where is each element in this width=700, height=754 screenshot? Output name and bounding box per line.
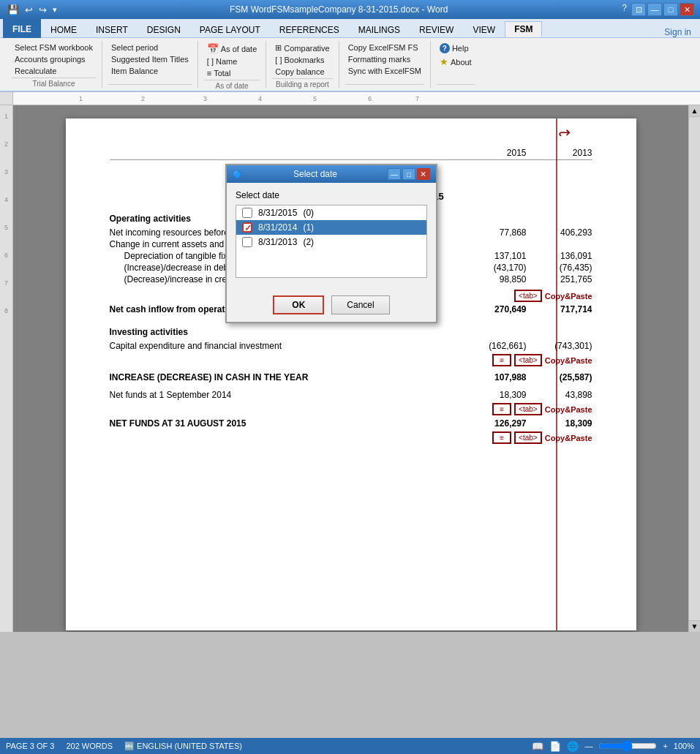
tab-file[interactable]: FILE <box>3 19 41 38</box>
tab-design[interactable]: DESIGN <box>138 21 190 37</box>
tab-box-3: ≡ <box>492 403 511 415</box>
date-checkbox-2[interactable] <box>242 237 252 247</box>
dialog-cancel-btn[interactable]: Cancel <box>331 295 389 314</box>
tab-label-3: <tab> <box>514 403 542 415</box>
date-checkbox-1-selected[interactable]: ✓ <box>242 222 252 233</box>
close-btn[interactable]: ✕ <box>680 3 694 16</box>
building-label: Building a report <box>272 78 332 88</box>
tab-label-4: <tab> <box>514 431 542 444</box>
item-balance-btn[interactable]: Item Balance <box>108 66 161 76</box>
date-num-2: (2) <box>303 237 314 247</box>
vertical-scrollbar[interactable]: ▲ ▼ <box>688 105 700 632</box>
section-investing: Investing activities <box>110 327 592 337</box>
date-checkbox-0[interactable] <box>242 208 252 218</box>
dialog-date-item-0[interactable]: 8/31/2015 (0) <box>236 206 426 220</box>
scroll-area[interactable]: 2015 2013 WordFSMsampleCompany CASH FLOW… <box>13 105 688 632</box>
dialog-select-label: Select date <box>236 190 427 200</box>
line-net-funds-aug: NET FUNDS AT 31 AUGUST 2015 126,297 18,3… <box>110 418 592 429</box>
as-of-date-btn[interactable]: 📅 As of date <box>204 42 260 55</box>
ribbon-group-trial-balance: Select FSM workbook Accounts groupings R… <box>6 41 102 88</box>
tab-references[interactable]: REFERENCES <box>270 21 349 37</box>
dialog-date-item-2[interactable]: 8/31/2013 (2) <box>236 235 426 249</box>
help-btn[interactable]: ? <box>619 3 630 16</box>
tab-view[interactable]: VIEW <box>463 21 505 37</box>
sign-in-link[interactable]: Sign in <box>664 27 697 37</box>
as-of-date-label: As of date <box>204 80 260 90</box>
about-btn[interactable]: ★ About <box>437 56 475 68</box>
dialog-titlebar: 🔷 Select date — □ ✕ <box>227 165 436 183</box>
dialog-icon: 🔷 <box>233 170 243 179</box>
title-bar: 💾 ↩ ↪ ▾ FSM WordFSMsampleCompany 8-31-20… <box>0 0 700 19</box>
dialog-close-btn[interactable]: ✕ <box>417 168 430 180</box>
column-headers: 2015 2013 <box>110 148 592 160</box>
col-header-2013: 2013 <box>527 148 592 158</box>
line-increase-decrease: INCREASE (DECREASE) IN CASH IN THE YEAR … <box>110 372 592 383</box>
tab-box-1: <tab> <box>514 290 542 302</box>
tab-box-2: ≡ <box>492 354 511 366</box>
copy-paste-label-1: Copy&Paste <box>545 292 592 301</box>
window-controls: ? ⊡ — □ ✕ <box>619 3 694 16</box>
status-bar: PAGE 3 OF 3 202 WORDS 🔤 ENGLISH (UNITED … <box>0 738 700 754</box>
web-layout-btn[interactable]: 🌐 <box>567 741 579 752</box>
select-fsm-workbook-btn[interactable]: Select FSM workbook <box>12 42 96 53</box>
copy-paste-label-3: Copy&Paste <box>545 405 592 414</box>
dialog-date-list[interactable]: 8/31/2015 (0) ✓ 8/31/2014 (1) <box>236 205 427 278</box>
copy-balance-btn[interactable]: Copy balance <box>272 67 327 77</box>
page-indicator: PAGE 3 OF 3 <box>6 742 54 750</box>
select-date-dialog[interactable]: 🔷 Select date — □ ✕ Select date 8/31/201… <box>225 164 437 323</box>
ribbon-tabs: FILE HOME INSERT DESIGN PAGE LAYOUT REFE… <box>0 19 700 38</box>
save-icon[interactable]: 💾 <box>6 4 20 15</box>
ruler-left: 1 2 3 4 5 6 7 8 <box>0 105 13 632</box>
scroll-down-btn[interactable]: ▼ <box>689 620 700 632</box>
dialog-maximize-btn[interactable]: □ <box>402 168 415 180</box>
tab-mailings[interactable]: MAILINGS <box>349 21 410 37</box>
tab-home[interactable]: HOME <box>41 21 86 37</box>
formatting-marks-btn[interactable]: Formatting marks <box>345 54 414 64</box>
select-period-btn[interactable]: Select period <box>108 42 161 53</box>
read-mode-btn[interactable]: 📖 <box>532 741 543 752</box>
scroll-up-btn[interactable]: ▲ <box>689 105 700 117</box>
ruler-top: 1 2 3 4 5 6 7 <box>13 92 700 105</box>
dialog-date-item-1[interactable]: ✓ 8/31/2014 (1) <box>236 220 426 235</box>
copy-excel-fsm-btn[interactable]: Copy ExcelFSM FS <box>345 42 421 53</box>
red-arrow-annotation: ↩ <box>558 124 571 142</box>
dialog-ok-btn[interactable]: OK <box>273 295 324 314</box>
maximize-btn[interactable]: □ <box>663 3 678 16</box>
tab-box-4: ≡ <box>492 431 511 444</box>
help-ribbon-btn[interactable]: ? Help <box>437 42 472 54</box>
redo-icon[interactable]: ↪ <box>37 4 48 15</box>
restore-btn[interactable]: ⊡ <box>631 3 646 16</box>
dialog-body: Select date 8/31/2015 (0) ✓ 8/31/2 <box>227 183 436 293</box>
zoom-in-btn[interactable]: + <box>663 742 667 750</box>
undo-icon[interactable]: ↩ <box>23 4 34 15</box>
zoom-slider[interactable] <box>598 740 657 752</box>
tab-insert[interactable]: INSERT <box>86 21 138 37</box>
ribbon: FILE HOME INSERT DESIGN PAGE LAYOUT REFE… <box>0 19 700 92</box>
sync-excel-btn[interactable]: Sync with ExcelFSM <box>345 66 424 76</box>
print-layout-btn[interactable]: 📄 <box>549 741 561 752</box>
date-value-2: 8/31/2013 <box>258 237 297 247</box>
tab-page-layout[interactable]: PAGE LAYOUT <box>190 21 270 37</box>
name-btn[interactable]: [ ] Name <box>204 56 241 67</box>
minimize-btn[interactable]: — <box>647 3 662 16</box>
trial-balance-label: Trial Balance <box>12 78 96 88</box>
comparative-btn[interactable]: ⊞ Comparative <box>272 42 332 53</box>
bookmarks-btn[interactable]: [ ] Bookmarks <box>272 55 327 65</box>
ribbon-group-help: ? Help ★ About <box>431 41 481 88</box>
language-flag: 🔤 <box>124 742 135 750</box>
date-num-1: (1) <box>303 222 314 233</box>
zoom-out-btn[interactable]: — <box>584 742 592 750</box>
accounts-groupings-btn[interactable]: Accounts groupings <box>12 54 89 64</box>
customize-icon[interactable]: ▾ <box>51 5 59 15</box>
tab-fsm[interactable]: FSM <box>505 21 542 37</box>
date-value-0: 8/31/2015 <box>258 208 297 218</box>
recalculate-btn[interactable]: Recalculate <box>12 66 59 76</box>
title-bar-left: 💾 ↩ ↪ ▾ <box>6 4 59 15</box>
date-value-1: 8/31/2014 <box>258 222 297 233</box>
date-num-0: (0) <box>303 208 314 218</box>
red-vertical-line <box>556 118 557 630</box>
suggested-item-titles-btn[interactable]: Suggested Item Titles <box>108 54 192 64</box>
total-btn[interactable]: ≡ Total <box>204 68 234 78</box>
dialog-minimize-btn[interactable]: — <box>388 168 401 180</box>
tab-review[interactable]: REVIEW <box>410 21 463 37</box>
